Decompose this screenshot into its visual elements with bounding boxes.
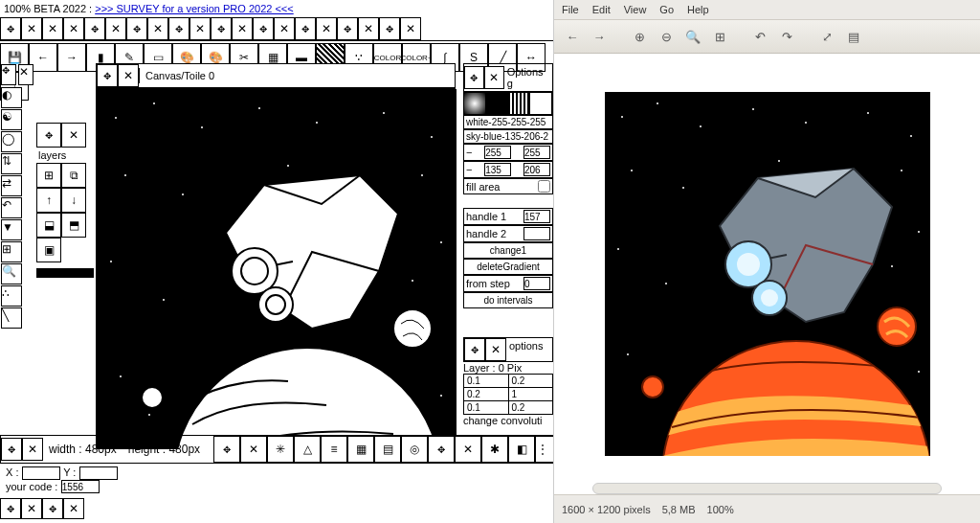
code-input[interactable] xyxy=(61,480,100,493)
move-handle-icon[interactable]: ✥ xyxy=(126,17,147,40)
close-icon[interactable]: ✕ xyxy=(274,17,295,40)
layer-preview-icon[interactable]: ▣ xyxy=(36,238,61,262)
color2-row[interactable]: sky-blue-135-206-2 xyxy=(463,129,553,144)
pattern-grid-icon[interactable]: ▦ xyxy=(347,436,374,463)
knife-icon[interactable]: ╲ xyxy=(1,307,22,329)
move-handle-icon[interactable]: ✥ xyxy=(464,66,484,89)
menu-help[interactable]: Help xyxy=(687,4,709,15)
layer-add-icon[interactable]: ⊞ xyxy=(36,163,61,188)
close-icon[interactable]: ✕ xyxy=(240,436,267,463)
close-icon[interactable]: ✕ xyxy=(21,17,42,40)
pattern-lines-icon[interactable]: ≡ xyxy=(321,436,347,463)
cell[interactable]: 1 xyxy=(508,388,553,401)
zoom-fit-icon[interactable]: 🔍 xyxy=(682,26,703,47)
close-icon[interactable]: ✕ xyxy=(316,17,337,40)
prev-icon[interactable]: ← xyxy=(562,26,583,47)
swap-v-icon[interactable]: ⇅ xyxy=(1,153,22,174)
move-handle-icon[interactable]: ✥ xyxy=(464,338,485,361)
canvas-area[interactable] xyxy=(96,88,456,448)
layer-down-icon[interactable]: ↓ xyxy=(61,188,86,213)
arrow-right-icon[interactable]: → xyxy=(57,43,86,72)
move-handle-icon[interactable]: ✥ xyxy=(0,498,21,519)
close-icon[interactable]: ✕ xyxy=(400,17,421,40)
pattern-grid2-icon[interactable]: ▤ xyxy=(374,436,401,463)
layer-merge-icon[interactable]: ⬓ xyxy=(36,213,61,238)
spray-icon[interactable]: ∴ xyxy=(1,285,22,307)
layer-dup-icon[interactable]: ⧉ xyxy=(61,163,86,188)
swap-h-icon[interactable]: ⇄ xyxy=(1,175,22,196)
val-2a[interactable] xyxy=(484,163,511,176)
yin-yang-icon[interactable]: ☯ xyxy=(1,109,22,130)
menu-file[interactable]: File xyxy=(562,4,579,15)
close-icon[interactable]: ✕ xyxy=(455,436,481,463)
do-intervals-button[interactable]: do intervals xyxy=(463,292,553,308)
handle2-input[interactable] xyxy=(523,227,550,240)
moon-icon[interactable]: ◐ xyxy=(1,87,22,108)
close-icon[interactable]: ✕ xyxy=(105,17,126,40)
change1-button[interactable]: change1 xyxy=(463,242,553,259)
layer-del-icon[interactable]: ⬒ xyxy=(61,213,86,238)
delete-gradient-button[interactable]: deleteGradient xyxy=(463,259,553,275)
close-icon[interactable]: ✕ xyxy=(18,64,33,85)
move-handle-icon[interactable]: ✥ xyxy=(295,17,316,40)
move-handle-icon[interactable]: ✥ xyxy=(213,436,240,463)
undo-icon[interactable]: ↶ xyxy=(1,197,22,218)
close-icon[interactable]: ✕ xyxy=(484,66,504,89)
menu-view[interactable]: View xyxy=(624,4,647,15)
cell[interactable]: 0.2 xyxy=(508,401,553,415)
move-handle-icon[interactable]: ✥ xyxy=(97,64,118,87)
cell[interactable]: 0.2 xyxy=(508,375,553,388)
move-handle-icon[interactable]: ✥ xyxy=(253,17,274,40)
val-1a[interactable] xyxy=(484,146,511,159)
pattern-square-icon[interactable]: ◧ xyxy=(508,436,535,463)
grid-icon[interactable]: ⊞ xyxy=(1,241,22,262)
move-handle-icon[interactable]: ✥ xyxy=(168,17,189,40)
layer-thumbnail[interactable] xyxy=(36,268,94,278)
close-icon[interactable]: ✕ xyxy=(21,498,42,519)
close-icon[interactable]: ✕ xyxy=(63,17,84,40)
close-icon[interactable]: ✕ xyxy=(42,17,63,40)
from-step-input[interactable] xyxy=(523,277,550,290)
cell[interactable]: 0.1 xyxy=(464,375,509,388)
close-icon[interactable]: ✕ xyxy=(118,64,139,87)
close-icon[interactable]: ✕ xyxy=(61,123,86,148)
move-handle-icon[interactable]: ✥ xyxy=(84,17,105,40)
viewer-scrollbar[interactable] xyxy=(592,483,942,494)
survey-link[interactable]: >>> SURVEY for a version PRO 2022 <<< xyxy=(95,3,294,14)
val-2b[interactable] xyxy=(523,163,550,176)
rotate-left-icon[interactable]: ↶ xyxy=(749,26,770,47)
move-handle-icon[interactable]: ✥ xyxy=(379,17,400,40)
close-icon[interactable]: ✕ xyxy=(189,17,211,40)
rotate-right-icon[interactable]: ↷ xyxy=(776,26,797,47)
close-icon[interactable]: ✕ xyxy=(358,17,379,40)
close-icon[interactable]: ✕ xyxy=(147,17,168,40)
menu-edit[interactable]: Edit xyxy=(592,4,611,15)
close-icon[interactable]: ✕ xyxy=(485,338,506,361)
fullscreen-icon[interactable]: ⤢ xyxy=(816,26,837,47)
color1-row[interactable]: white-255-255-255 xyxy=(463,115,553,129)
pattern-tri-icon[interactable]: △ xyxy=(294,436,321,463)
x-input[interactable] xyxy=(22,466,60,480)
handle1-input[interactable] xyxy=(523,210,550,223)
pattern-burst-icon[interactable]: ✳ xyxy=(267,436,294,463)
grid-view-icon[interactable]: ⊞ xyxy=(709,26,730,47)
slideshow-icon[interactable]: ▤ xyxy=(843,26,864,47)
move-handle-icon[interactable]: ✥ xyxy=(1,438,22,461)
y-input[interactable] xyxy=(79,466,118,480)
bucket-icon[interactable]: ▼ xyxy=(1,219,22,240)
close-icon[interactable]: ✕ xyxy=(63,498,84,519)
next-icon[interactable]: → xyxy=(589,26,610,47)
move-handle-icon[interactable]: ✥ xyxy=(1,64,16,85)
circle-icon[interactable]: ◯ xyxy=(1,131,22,152)
change-convolution-button[interactable]: change convoluti xyxy=(463,415,553,426)
move-handle-icon[interactable]: ✥ xyxy=(0,17,21,40)
move-handle-icon[interactable]: ✥ xyxy=(42,498,63,519)
move-handle-icon[interactable]: ✥ xyxy=(36,123,61,148)
gradient-strip[interactable] xyxy=(463,92,553,115)
layer-up-icon[interactable]: ↑ xyxy=(36,188,61,213)
val-1b[interactable] xyxy=(523,146,550,159)
fill-area-checkbox[interactable] xyxy=(538,180,550,193)
close-icon[interactable]: ✕ xyxy=(232,17,253,40)
zoom-in-icon[interactable]: ⊕ xyxy=(629,26,650,47)
close-icon[interactable]: ✕ xyxy=(22,438,43,461)
